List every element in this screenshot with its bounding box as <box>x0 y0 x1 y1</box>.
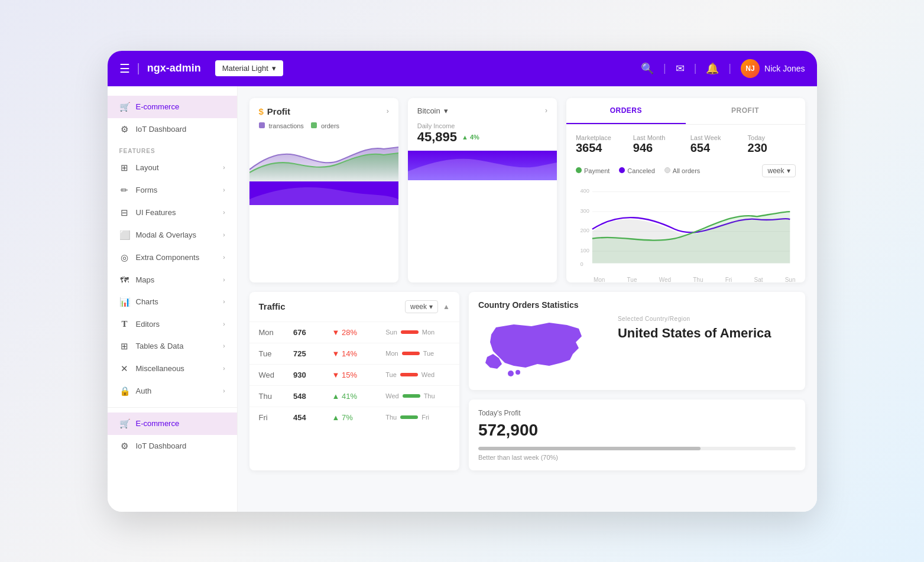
profit-bar-svg <box>249 181 398 205</box>
sidebar-item-ecommerce-bottom[interactable]: 🛒 E-commerce <box>108 412 237 435</box>
sidebar-item-modals[interactable]: ⬜ Modal & Overlays › <box>108 224 237 246</box>
profit-chevron-icon[interactable]: › <box>387 107 389 115</box>
traffic-controls: week ▾ ▲ <box>405 300 450 313</box>
sidebar-label-auth: Auth <box>136 386 218 395</box>
x-thu: Thu <box>693 277 703 282</box>
tab-orders[interactable]: ORDERS <box>566 98 686 124</box>
stat-marketplace-label: Marketplace <box>576 134 624 141</box>
user-info[interactable]: NJ Nick Jones <box>741 59 805 78</box>
table-row: Tue 725 ▼ 14% Mon Tue <box>249 343 459 364</box>
sidebar-item-editors[interactable]: T Editors › <box>108 313 237 335</box>
sidebar-item-charts[interactable]: 📊 Charts › <box>108 291 237 313</box>
country-region-label: Selected Country/Region <box>618 316 771 322</box>
orders-card-tabs: ORDERS PROFIT <box>566 98 805 125</box>
search-icon[interactable]: 🔍 <box>641 62 654 75</box>
header-left: ☰ | ngx-admin Material Light ▾ <box>119 60 283 76</box>
svg-text:0: 0 <box>580 261 583 267</box>
x-fri: Fri <box>725 277 732 282</box>
sidebar-label-ecommerce-top: E-commerce <box>136 102 225 111</box>
sidebar-label-charts: Charts <box>136 297 218 306</box>
ecommerce-bottom-icon: 🛒 <box>119 418 130 429</box>
stat-last-week-value: 654 <box>690 141 738 155</box>
legend-canceled: Canceled <box>619 167 654 174</box>
x-sat: Sat <box>754 277 763 282</box>
app-title: ngx-admin <box>147 62 201 74</box>
header-divider: | <box>137 61 140 75</box>
theme-selector[interactable]: Material Light ▾ <box>215 60 283 76</box>
sidebar-item-auth[interactable]: 🔒 Auth › <box>108 380 237 402</box>
payment-circle <box>576 167 582 173</box>
bell-icon[interactable]: 🔔 <box>706 62 719 75</box>
bitcoin-selector[interactable]: Bitcoin ▾ <box>417 106 448 115</box>
layout-icon: ⊞ <box>119 163 130 173</box>
country-info: Selected Country/Region United States of… <box>618 316 771 341</box>
stat-today-value: 230 <box>748 141 796 155</box>
iot-icon: ⚙ <box>119 124 130 135</box>
bitcoin-header: Bitcoin ▾ › <box>408 98 557 120</box>
hamburger-icon[interactable]: ☰ <box>119 61 130 76</box>
country-card-body: Selected Country/Region United States of… <box>469 316 805 390</box>
auth-icon: 🔒 <box>119 386 130 397</box>
user-name: Nick Jones <box>764 64 805 73</box>
collapse-icon[interactable]: ▲ <box>443 303 450 311</box>
bitcoin-card: Bitcoin ▾ › Daily Income 45,895 ▲ 4% <box>408 98 557 282</box>
layout-arrow: › <box>223 164 225 171</box>
sidebar-item-extra[interactable]: ◎ Extra Components › <box>108 246 237 269</box>
sidebar-item-tables[interactable]: ⊞ Tables & Data › <box>108 335 237 358</box>
sidebar-item-ecommerce-top[interactable]: 🛒 E-commerce <box>108 96 237 118</box>
today-profit-card: Today's Profit 572,900 Better than last … <box>469 399 805 470</box>
sidebar-item-iot-bottom[interactable]: ⚙ IoT Dashboard <box>108 435 237 457</box>
header-right: 🔍 | ✉ | 🔔 | NJ Nick Jones <box>641 59 805 78</box>
sidebar-item-layout[interactable]: ⊞ Layout › <box>108 157 237 179</box>
ui-features-arrow: › <box>223 209 225 216</box>
bitcoin-chevron-right-icon[interactable]: › <box>545 106 547 115</box>
main-layout: 🛒 E-commerce ⚙ IoT Dashboard FEATURES ⊞ … <box>108 86 817 512</box>
profit-label: Profit <box>267 106 290 116</box>
bottom-row: Traffic week ▾ ▲ Mon 676 <box>249 292 805 470</box>
profit-card: $ Profit › transactions orders <box>249 98 398 282</box>
x-tue: Tue <box>627 277 637 282</box>
header: ☰ | ngx-admin Material Light ▾ 🔍 | ✉ | 🔔… <box>108 51 817 86</box>
sidebar-label-iot-top: IoT Dashboard <box>136 125 225 134</box>
bitcoin-chevron-icon: ▾ <box>444 106 448 115</box>
orders-x-axis: Mon Tue Wed Thu Fri Sat Sun <box>576 277 796 282</box>
extra-icon: ◎ <box>119 252 130 263</box>
avatar: NJ <box>741 59 760 78</box>
traffic-day-thu: Thu <box>249 385 284 407</box>
sidebar-label-ui-features: UI Features <box>136 208 218 217</box>
stat-marketplace: Marketplace 3654 <box>576 134 624 155</box>
daily-income-label: Daily Income <box>417 122 547 129</box>
compare-bar-mon <box>401 330 419 334</box>
traffic-val-mon: 676 <box>284 322 322 343</box>
orders-chart-svg: 400 300 200 100 0 <box>576 183 796 272</box>
profit-bottom-bar <box>249 181 398 205</box>
forms-icon: ✏ <box>119 185 130 196</box>
sidebar-label-layout: Layout <box>136 163 218 172</box>
sidebar-item-ui-features[interactable]: ⊟ UI Features › <box>108 202 237 224</box>
transactions-dot <box>259 122 265 128</box>
misc-icon: ✕ <box>119 363 130 374</box>
table-row: Fri 454 ▲ 7% Thu Fri <box>249 407 459 428</box>
sidebar-item-iot-top[interactable]: ⚙ IoT Dashboard <box>108 118 237 141</box>
tab-profit[interactable]: PROFIT <box>686 98 805 124</box>
week-selector[interactable]: week ▾ <box>405 300 438 313</box>
sidebar-label-forms: Forms <box>136 186 218 194</box>
legend-payment: Payment <box>576 167 609 174</box>
today-profit-bar-container <box>478 447 796 450</box>
sidebar-item-forms[interactable]: ✏ Forms › <box>108 179 237 202</box>
daily-income-value: 45,895 ▲ 4% <box>417 129 547 145</box>
orders-chart-area: Payment Canceled All orders week ▾ <box>566 164 805 282</box>
header-divider-v1: | <box>663 62 666 74</box>
sidebar-item-maps[interactable]: 🗺 Maps › <box>108 269 237 291</box>
canceled-circle <box>619 167 625 173</box>
daily-income-section: Daily Income 45,895 ▲ 4% <box>408 120 557 151</box>
stat-today: Today 230 <box>748 134 796 155</box>
period-selector[interactable]: week ▾ <box>762 164 795 177</box>
svg-text:400: 400 <box>580 188 589 194</box>
theme-label: Material Light <box>222 64 268 73</box>
mail-icon[interactable]: ✉ <box>676 62 685 75</box>
sidebar-item-misc[interactable]: ✕ Miscellaneous › <box>108 358 237 380</box>
sidebar-label-tables: Tables & Data <box>136 342 218 350</box>
stat-last-week-label: Last Week <box>690 134 738 141</box>
compare-bar-tue <box>402 352 420 355</box>
